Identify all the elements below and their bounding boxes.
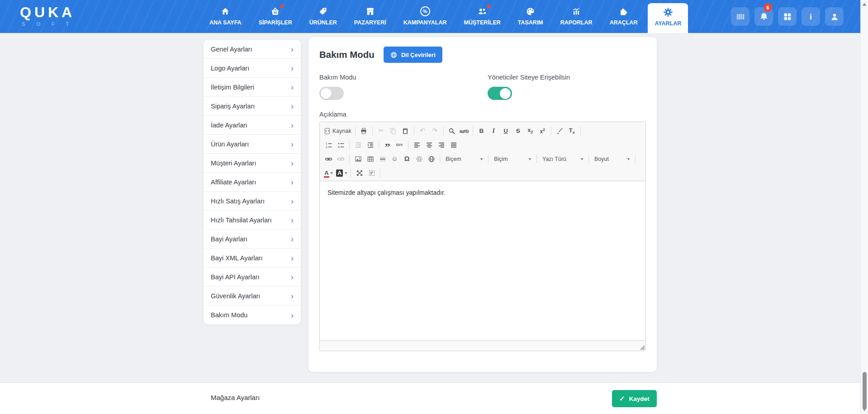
bold-icon: B: [479, 127, 484, 134]
sidebar-item-hizli-satis-ayarlari[interactable]: Hızlı Satış Ayarları ›: [204, 192, 301, 211]
chevron-down-icon: ▾: [331, 170, 333, 175]
nav-item-araclar[interactable]: ARAÇLAR: [603, 0, 645, 33]
nav-item-musteriler[interactable]: MÜŞTERİLER: [457, 0, 508, 33]
print-button[interactable]: [358, 125, 370, 136]
check-icon: ✓: [619, 395, 625, 403]
smiley-button[interactable]: ☺: [389, 153, 401, 165]
source-button[interactable]: Kaynak: [323, 125, 353, 136]
find-button[interactable]: [446, 125, 458, 136]
barcode-button[interactable]: [731, 7, 749, 26]
nav-label: TASARIM: [518, 19, 543, 26]
redo-button[interactable]: ↷: [429, 125, 441, 136]
sidebar-item-bayi-ayarlari[interactable]: Bayi Ayarları ›: [204, 230, 301, 249]
align-right-button[interactable]: [435, 139, 447, 151]
translations-button[interactable]: Dil Çevirileri: [384, 47, 442, 63]
nav-item-tasarim[interactable]: TASARIM: [511, 0, 550, 33]
unlink-button[interactable]: [335, 153, 347, 165]
sidebar-item-urun-ayarlari[interactable]: Ürün Ayarları ›: [204, 135, 301, 154]
editor-content[interactable]: Sitemizde altyapı çalışması yapılmaktadı…: [320, 181, 645, 340]
paste-button[interactable]: [399, 125, 412, 136]
admin-access-toggle-group: Yöneticiler Siteye Erişebilsin: [488, 74, 646, 100]
subscript-button[interactable]: x2: [524, 125, 536, 136]
nav-item-siparisler[interactable]: SİPARİŞLER: [252, 0, 299, 33]
bold-button[interactable]: B: [475, 125, 488, 136]
numbered-list-button[interactable]: 12: [323, 139, 335, 151]
sidebar-item-guvenlik-ayarlari[interactable]: Güvenlik Ayarları ›: [204, 287, 301, 306]
nav-item-raporlar[interactable]: RAPORLAR: [554, 0, 599, 33]
strikethrough-button[interactable]: S: [512, 125, 524, 136]
page-break-button[interactable]: [413, 153, 425, 165]
profile-button[interactable]: [825, 7, 844, 26]
brand-logo[interactable]: QUKA S O F T: [20, 5, 75, 27]
sidebar-item-musteri-ayarlari[interactable]: Müşteri Ayarları ›: [204, 154, 301, 173]
bg-color-button[interactable]: A ▾: [335, 167, 348, 179]
nav-item-ayarlar[interactable]: AYARLAR: [648, 3, 688, 33]
align-center-button[interactable]: [423, 139, 435, 151]
nav-item-ana-sayfa[interactable]: ANA SAYFA: [203, 0, 248, 33]
resize-handle[interactable]: [640, 345, 645, 350]
scrollbar-thumb[interactable]: [863, 372, 867, 409]
horizontal-rule-button[interactable]: [376, 153, 389, 165]
link-button[interactable]: [323, 153, 335, 165]
justify-button[interactable]: [447, 139, 460, 151]
editor-toolbar: Kaynak ✂: [320, 122, 645, 181]
maintenance-toggle[interactable]: [319, 87, 344, 100]
copy-button[interactable]: [387, 125, 399, 136]
superscript-button[interactable]: x2: [536, 125, 549, 136]
underline-button[interactable]: U: [500, 125, 512, 136]
increase-indent-button[interactable]: [364, 139, 376, 151]
nav-item-urunler[interactable]: ÜRÜNLER: [303, 0, 344, 33]
sidebar-item-hizli-tahsilat-ayarlari[interactable]: Hızlı Tahsilat Ayarları ›: [204, 211, 301, 230]
editor-statusbar: [320, 340, 645, 351]
font-combo[interactable]: Yazı Türü ▾: [539, 153, 586, 165]
sidebar-item-bayi-api-ayarlari[interactable]: Bayi API Ayarları ›: [204, 268, 301, 287]
decrease-indent-icon: [355, 141, 362, 149]
table-button[interactable]: [364, 153, 376, 165]
replace-button[interactable]: a⇄b: [458, 125, 470, 136]
image-button[interactable]: [352, 153, 364, 165]
remove-format-button[interactable]: Tx: [566, 125, 578, 136]
copy-icon: [389, 127, 397, 135]
italic-button[interactable]: I: [488, 125, 500, 136]
scroll-up-arrow[interactable]: [863, 3, 866, 6]
text-color-button[interactable]: A ▾: [323, 167, 335, 179]
barcode-icon: [735, 12, 745, 21]
iframe-button[interactable]: [425, 153, 437, 165]
cut-button[interactable]: ✂: [375, 125, 387, 136]
undo-button[interactable]: ↶: [417, 125, 429, 136]
save-button[interactable]: ✓ Kaydet: [612, 390, 657, 407]
sidebar-item-bakim-modu[interactable]: Bakım Modu ›: [204, 306, 301, 325]
sidebar-item-bayi-xml-ayarlari[interactable]: Bayi XML Ayarları ›: [204, 249, 301, 268]
apps-grid-button[interactable]: [778, 7, 797, 26]
sidebar-item-iletisim-bilgileri[interactable]: İletişim Bilgileri ›: [204, 78, 301, 97]
chevron-right-icon: ›: [291, 273, 294, 281]
gear-icon: [663, 7, 673, 18]
show-blocks-button[interactable]: [365, 167, 378, 179]
sidebar-item-iade-ayarlari[interactable]: İade Ayarları ›: [204, 116, 301, 135]
notifications-button[interactable]: 6: [754, 7, 773, 26]
align-left-icon: [413, 141, 421, 149]
sidebar-item-affiliate-ayarlari[interactable]: Affiliate Ayarları ›: [204, 173, 301, 192]
nav-item-kampanyalar[interactable]: % KAMPANYALAR: [397, 0, 454, 33]
div-container-button[interactable]: DIV: [394, 139, 406, 151]
align-left-button[interactable]: [411, 139, 423, 151]
maximize-button[interactable]: [353, 167, 365, 179]
sidebar-item-genel-ayarlari[interactable]: Genel Ayarları ›: [204, 40, 301, 59]
sidebar-item-logo-ayarlari[interactable]: Logo Ayarları ›: [204, 59, 301, 78]
blockquote-button[interactable]: ”: [381, 141, 394, 153]
nav-item-pazaryeri[interactable]: PAZARYERİ: [347, 0, 393, 33]
info-button[interactable]: i: [802, 7, 820, 26]
scroll-down-arrow[interactable]: [863, 408, 866, 411]
format-combo[interactable]: Biçim ▾: [491, 153, 534, 165]
bulleted-list-button[interactable]: [335, 139, 347, 151]
maintenance-toggle-label: Bakım Modu: [319, 74, 488, 81]
size-combo[interactable]: Boyut ▾: [591, 153, 633, 165]
admin-access-toggle[interactable]: [488, 87, 512, 100]
decrease-indent-button[interactable]: [352, 139, 364, 151]
sidebar-item-siparis-ayarlari[interactable]: Sipariş Ayarları ›: [204, 97, 301, 116]
copy-formatting-button[interactable]: [554, 125, 566, 136]
special-char-button[interactable]: Ω: [401, 153, 413, 165]
bottom-bar: Mağaza Ayarları ✓ Kaydet: [0, 382, 860, 414]
styles-combo[interactable]: Biçem ▾: [442, 153, 486, 165]
page-scrollbar[interactable]: [860, 0, 868, 414]
